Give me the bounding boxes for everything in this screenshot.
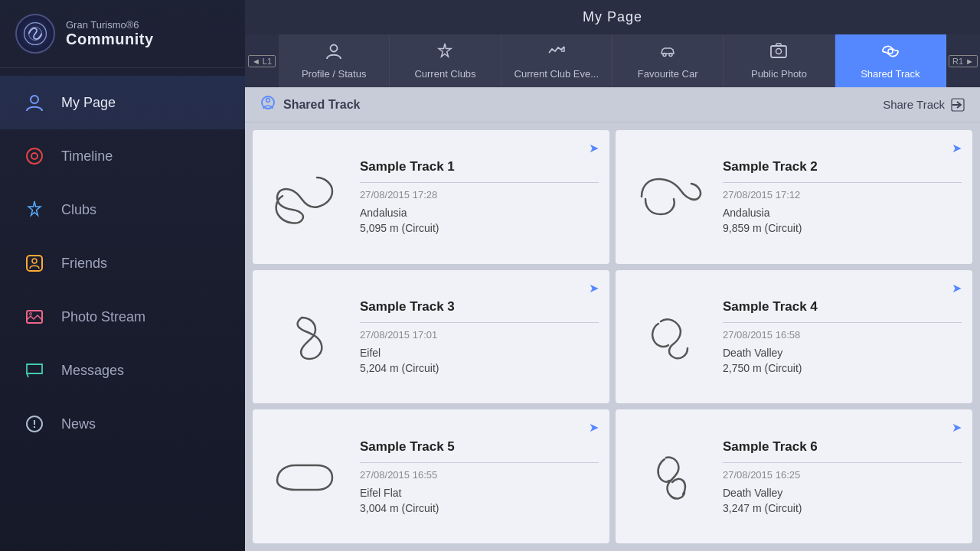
club-events-tab-icon xyxy=(547,42,566,65)
section-title-text: Shared Track xyxy=(283,98,361,112)
track-thumbnail-1 xyxy=(263,162,348,231)
sidebar-header: Gran Turismo®6 Community xyxy=(0,0,245,68)
tab-public-photo[interactable]: Public Photo xyxy=(724,34,835,87)
track-name-4: Sample Track 4 xyxy=(723,299,962,315)
track-share-icon-2: ➤ xyxy=(952,141,962,155)
profile-tab-icon xyxy=(325,42,343,65)
track-thumbnail-6 xyxy=(626,442,710,511)
track-info-3: Sample Track 3 27/08/2015 17:01 Eifel 5,… xyxy=(360,299,599,374)
sidebar-item-label: News xyxy=(61,416,96,432)
tab-club-events[interactable]: Current Club Eve... xyxy=(501,34,612,87)
app-subtitle: Community xyxy=(66,31,154,48)
share-track-label: Share Track xyxy=(883,98,945,111)
track-name-5: Sample Track 5 xyxy=(360,439,599,455)
share-track-button[interactable]: Share Track xyxy=(883,98,965,112)
tab-public-photo-label: Public Photo xyxy=(751,68,807,80)
tab-profile[interactable]: Profile / Status xyxy=(279,34,390,87)
svg-point-17 xyxy=(888,49,893,54)
sidebar-item-my-page[interactable]: My Page xyxy=(0,76,245,129)
track-card-6[interactable]: Sample Track 6 27/08/2015 16:25 Death Va… xyxy=(616,409,972,543)
clubs-icon xyxy=(21,197,47,223)
track-distance-3: 5,204 m (Circuit) xyxy=(360,362,599,374)
track-info-1: Sample Track 1 27/08/2015 17:28 Andalusi… xyxy=(360,159,599,234)
sidebar-item-friends[interactable]: Friends xyxy=(0,236,245,290)
track-location-1: Andalusia xyxy=(360,207,599,219)
share-track-icon xyxy=(951,98,965,112)
tab-nav-left[interactable]: ◄ L1 xyxy=(245,34,279,87)
photo-stream-icon xyxy=(21,304,47,330)
track-name-3: Sample Track 3 xyxy=(360,299,599,315)
track-card-2[interactable]: Sample Track 2 27/08/2015 17:12 Andalusi… xyxy=(616,130,972,264)
sidebar: Gran Turismo®6 Community My Page Timelin… xyxy=(0,0,245,551)
news-icon xyxy=(21,411,47,437)
track-card-3[interactable]: Sample Track 3 27/08/2015 17:01 Eifel 5,… xyxy=(253,270,609,404)
sidebar-item-photo-stream[interactable]: Photo Stream xyxy=(0,290,245,344)
track-distance-1: 5,095 m (Circuit) xyxy=(360,222,599,234)
track-thumbnail-2 xyxy=(626,162,710,231)
track-name-1: Sample Track 1 xyxy=(360,159,599,174)
svg-point-6 xyxy=(32,259,37,263)
tab-club-events-label: Current Club Eve... xyxy=(514,68,599,80)
tab-clubs-label: Current Clubs xyxy=(414,68,475,80)
svg-point-2 xyxy=(31,96,38,103)
section-title-icon xyxy=(260,95,276,114)
sidebar-item-clubs[interactable]: Clubs xyxy=(0,183,245,236)
track-card-4[interactable]: Sample Track 4 27/08/2015 16:58 Death Va… xyxy=(616,270,972,404)
sidebar-nav: My Page Timeline Clubs xyxy=(0,68,245,551)
track-distance-4: 2,750 m (Circuit) xyxy=(723,362,962,374)
app-title: Gran Turismo®6 xyxy=(66,19,154,31)
tab-shared-track[interactable]: Shared Track xyxy=(835,34,946,87)
track-location-4: Death Valley xyxy=(723,347,962,359)
track-date-1: 27/08/2015 17:28 xyxy=(360,189,599,201)
sidebar-item-news[interactable]: News xyxy=(0,397,245,451)
track-date-6: 27/08/2015 16:25 xyxy=(723,469,962,481)
svg-point-4 xyxy=(31,153,38,159)
r1-label: R1 ► xyxy=(949,55,978,67)
track-info-2: Sample Track 2 27/08/2015 17:12 Andalusi… xyxy=(723,159,962,234)
track-distance-5: 3,004 m (Circuit) xyxy=(360,502,599,514)
page-title: My Page xyxy=(583,9,642,24)
track-name-2: Sample Track 2 xyxy=(723,159,962,174)
svg-point-14 xyxy=(669,54,672,57)
track-name-6: Sample Track 6 xyxy=(723,439,962,455)
messages-icon xyxy=(21,357,47,383)
sidebar-item-label: Messages xyxy=(61,363,124,379)
track-card-5[interactable]: Sample Track 5 27/08/2015 16:55 Eifel Fl… xyxy=(253,409,609,543)
tab-nav-right[interactable]: R1 ► xyxy=(946,34,980,87)
sidebar-item-timeline[interactable]: Timeline xyxy=(0,129,245,183)
clubs-tab-icon xyxy=(436,42,454,65)
sidebar-brand: Gran Turismo®6 Community xyxy=(66,19,154,48)
sidebar-item-label: Photo Stream xyxy=(61,309,145,325)
favourite-car-tab-icon xyxy=(658,42,677,65)
tab-favourite-car-label: Favourite Car xyxy=(638,68,698,80)
track-info-5: Sample Track 5 27/08/2015 16:55 Eifel Fl… xyxy=(360,439,599,514)
track-distance-6: 3,247 m (Circuit) xyxy=(723,502,962,514)
sidebar-item-label: Timeline xyxy=(61,148,113,165)
tab-shared-track-label: Shared Track xyxy=(861,68,920,80)
title-bar: My Page xyxy=(245,0,980,34)
track-date-3: 27/08/2015 17:01 xyxy=(360,329,599,341)
track-thumbnail-3 xyxy=(263,302,348,371)
sidebar-item-label: Clubs xyxy=(61,202,96,218)
sidebar-item-label: Friends xyxy=(61,256,107,272)
tab-bar: ◄ L1 Profile / Status Current C xyxy=(245,34,980,87)
track-location-3: Eifel xyxy=(360,347,599,359)
track-card-1[interactable]: Sample Track 1 27/08/2015 17:28 Andalusi… xyxy=(253,130,609,264)
public-photo-tab-icon xyxy=(769,42,788,65)
tab-favourite-car[interactable]: Favourite Car xyxy=(612,34,724,87)
tabs-container: Profile / Status Current Clubs Curr xyxy=(279,34,946,87)
track-share-icon-6: ➤ xyxy=(952,420,962,435)
track-location-2: Andalusia xyxy=(723,207,962,219)
track-thumbnail-4 xyxy=(626,302,710,371)
section-title: Shared Track xyxy=(260,95,361,114)
tab-current-clubs[interactable]: Current Clubs xyxy=(390,34,501,87)
svg-point-13 xyxy=(663,54,666,57)
track-location-5: Eifel Flat xyxy=(360,487,599,499)
track-share-icon-5: ➤ xyxy=(589,420,599,435)
track-location-6: Death Valley xyxy=(723,487,962,499)
l1-label: ◄ L1 xyxy=(248,55,276,67)
track-distance-2: 9,859 m (Circuit) xyxy=(723,222,962,234)
sidebar-item-messages[interactable]: Messages xyxy=(0,344,245,397)
track-share-icon-4: ➤ xyxy=(952,281,962,295)
timeline-icon xyxy=(21,143,47,169)
